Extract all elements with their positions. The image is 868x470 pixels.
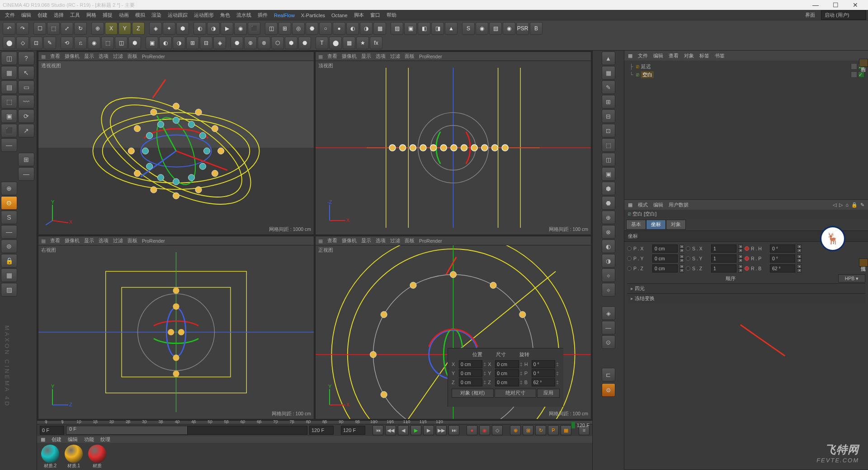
toolbar-button[interactable]: ↻ <box>74 22 87 35</box>
toolbar-button[interactable]: ◉ <box>503 22 515 35</box>
side-tool-button[interactable]: — <box>602 321 615 334</box>
minimize-button[interactable]: — <box>806 0 826 10</box>
viewport-menu-item[interactable]: 过滤 <box>390 238 400 244</box>
attr-field[interactable]: 0 cm <box>652 254 678 263</box>
coord-pos[interactable]: 0 cm <box>459 360 482 368</box>
viewport-top[interactable]: ▦查看摄像机显示选项过滤面板ProRender 顶视图 <box>315 52 591 235</box>
om-menu-item[interactable]: 书签 <box>715 52 725 59</box>
sidebar-tab-attr[interactable]: 属性 <box>859 258 868 267</box>
timeline-scrollbar[interactable]: 0 F <box>66 426 307 435</box>
menu-item[interactable]: 网格 <box>83 11 99 19</box>
toolbar-button[interactable]: ✎ <box>43 37 56 49</box>
menu-item[interactable]: 文件 <box>2 11 18 19</box>
material-menu-item[interactable]: 纹理 <box>100 436 110 443</box>
attr-field[interactable]: 1 <box>711 254 736 263</box>
palette-button[interactable]: ↖ <box>18 66 34 80</box>
palette-button[interactable]: ⊚ <box>1 240 17 253</box>
viewport-menu-item[interactable]: 面板 <box>127 238 137 244</box>
side-tool-button[interactable]: ⬚ <box>602 138 615 152</box>
palette-button[interactable]: ⊞ <box>18 153 34 166</box>
viewport-menu-item[interactable]: ProRender <box>419 54 442 59</box>
close-button[interactable]: ✕ <box>845 0 865 10</box>
side-tool-button[interactable]: ⬣ <box>602 196 615 210</box>
viewport-menu-item[interactable]: 显示 <box>84 238 94 244</box>
toolbar-button[interactable]: ⟲ <box>61 37 73 49</box>
viewport-menu-item[interactable]: 查看 <box>327 238 337 244</box>
menu-item[interactable]: 工具 <box>67 11 83 19</box>
menu-item[interactable]: RealFlow <box>271 12 298 19</box>
side-tool-button[interactable]: ⊞ <box>602 95 615 108</box>
toolbar-button[interactable]: ◫ <box>265 22 278 35</box>
side-tool-button[interactable]: ✎ <box>602 80 615 94</box>
rotation-order-dropdown[interactable]: HPB ▾ <box>838 274 865 282</box>
panel-grip-icon[interactable]: ▦ <box>628 53 632 59</box>
viewport-menu-item[interactable]: 查看 <box>50 238 60 244</box>
viewport-menu-item[interactable]: 选项 <box>99 53 108 60</box>
viewport-right[interactable]: ▦查看摄像机显示选项过滤面板ProRender 右视图 ZY <box>38 236 314 419</box>
toolbar-button[interactable]: ▣ <box>146 37 158 49</box>
toolbar-button[interactable]: ⬢ <box>285 37 297 49</box>
viewport-menu-item[interactable]: 选项 <box>99 238 108 244</box>
panel-grip-icon[interactable]: ▦ <box>41 238 46 244</box>
key-pos-button[interactable]: ⊕ <box>510 425 521 435</box>
viewport-menu-item[interactable]: 过滤 <box>390 53 400 60</box>
toolbar-button[interactable]: ◫ <box>115 37 127 49</box>
palette-button[interactable]: ⊙ <box>1 196 17 210</box>
viewport-menu-item[interactable]: 面板 <box>405 53 415 60</box>
palette-button[interactable]: S <box>1 211 17 224</box>
viewport-menu-item[interactable]: 查看 <box>327 53 337 60</box>
toolbar-button[interactable]: ▣ <box>404 22 417 35</box>
coord-size-dropdown[interactable]: 绝对尺寸 <box>495 389 537 398</box>
side-tool-button[interactable]: ▲ <box>602 52 615 65</box>
material-menu-item[interactable]: 功能 <box>84 436 94 443</box>
viewport-menu-item[interactable]: 选项 <box>376 238 386 244</box>
menu-item[interactable]: 脚本 <box>351 11 367 19</box>
side-tool-button[interactable]: ⊗ <box>602 225 615 239</box>
frame-start[interactable]: 0 F <box>40 426 64 435</box>
panel-grip-icon[interactable]: ▦ <box>41 54 46 59</box>
material-menu[interactable]: ▦创建编辑功能纹理 <box>37 436 592 443</box>
viewport-menu-item[interactable]: 过滤 <box>113 238 123 244</box>
toolbar-button[interactable]: ⬢ <box>176 22 189 35</box>
coord-size[interactable]: 0 cm <box>495 369 519 377</box>
material-manager[interactable]: 材质.2材质.1材质 <box>37 443 592 470</box>
toolbar-button[interactable]: ⊞ <box>186 37 199 49</box>
viewport-menu-item[interactable]: 面板 <box>127 53 137 60</box>
coord-rot[interactable]: 62 ° <box>532 378 555 386</box>
attr-field[interactable]: 62 ° <box>770 264 795 273</box>
viewport-menu-item[interactable]: 查看 <box>50 53 60 60</box>
toolbar-button[interactable]: ◈ <box>149 22 162 35</box>
side-tool-button[interactable]: ▣ <box>602 167 615 181</box>
toolbar-button[interactable]: ⎌ <box>74 37 87 49</box>
menu-item[interactable]: 捕捉 <box>99 11 116 19</box>
palette-button[interactable]: ▤ <box>1 80 17 94</box>
object-row[interactable]: ├⎚延迟✓ <box>624 62 868 70</box>
toolbar-button[interactable]: ⤢ <box>61 22 73 35</box>
toolbar-button[interactable]: ▲ <box>445 22 458 35</box>
toolbar-button[interactable]: ▦ <box>373 22 386 35</box>
next-icon[interactable]: ▷ <box>839 202 843 208</box>
viewport-perspective[interactable]: ▦查看摄像机显示选项过滤面板ProRender 透视视图 <box>38 52 314 235</box>
viewport-menu-item[interactable]: 摄像机 <box>65 53 80 60</box>
viewport-menu-item[interactable]: 摄像机 <box>342 53 357 60</box>
toolbar-button[interactable]: ◉ <box>88 37 100 49</box>
panel-grip-icon[interactable]: ▦ <box>628 202 632 208</box>
viewport-menu-item[interactable]: 面板 <box>405 238 415 244</box>
layout-dropdown[interactable]: 启动 (用户) <box>821 10 866 20</box>
viewport-menu-item[interactable]: ProRender <box>142 238 165 244</box>
panel-grip-icon[interactable]: ▦ <box>41 437 45 442</box>
side-tool-button[interactable]: ⊟ <box>602 109 615 123</box>
sidebar-tab-construct[interactable]: 构造 <box>859 59 868 67</box>
attr-field[interactable]: 1 <box>711 264 736 273</box>
palette-button[interactable]: ⟳ <box>18 109 34 123</box>
coord-pos[interactable]: 0 cm <box>459 369 482 377</box>
toolbar-button[interactable]: ★ <box>356 37 369 49</box>
toolbar-button[interactable]: ◉ <box>234 22 247 35</box>
menu-item[interactable]: 创建 <box>34 11 51 19</box>
viewport-menu[interactable]: ▦查看摄像机显示选项过滤面板ProRender <box>38 236 314 245</box>
menu-item[interactable]: 选择 <box>51 11 67 19</box>
palette-button[interactable]: ▣ <box>1 109 17 123</box>
attr-fold[interactable]: 冻结变换 <box>627 293 865 303</box>
toolbar-button[interactable]: ⬣ <box>298 37 311 49</box>
toolbar-button[interactable]: Y <box>118 22 131 35</box>
